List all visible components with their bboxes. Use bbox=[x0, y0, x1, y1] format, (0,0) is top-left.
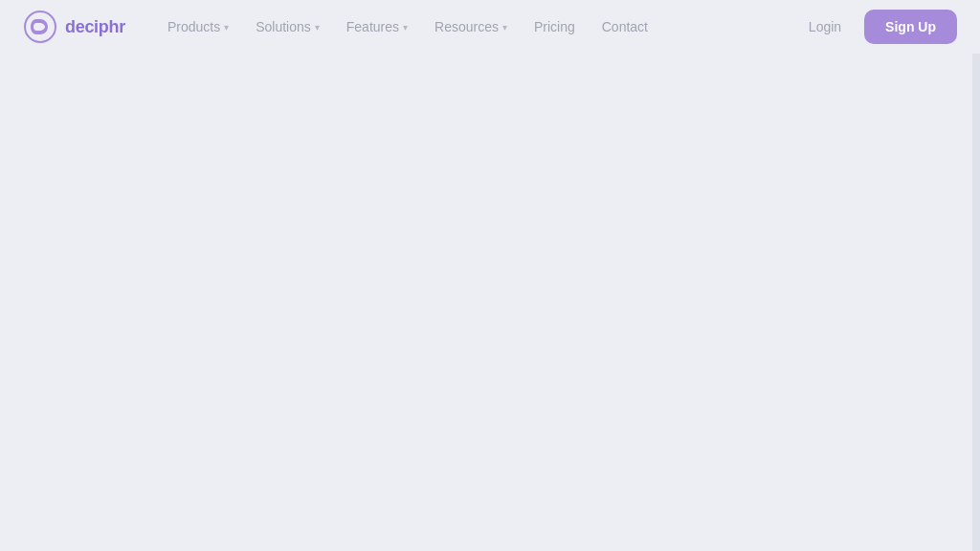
navbar: deciphr Products ▾ Solutions ▾ Features … bbox=[0, 0, 980, 54]
nav-resources-label: Resources bbox=[434, 19, 499, 34]
logo-text: deciphr bbox=[65, 17, 125, 37]
login-button[interactable]: Login bbox=[793, 11, 857, 42]
nav-products-label: Products bbox=[167, 19, 220, 34]
scrollbar-track bbox=[972, 0, 980, 551]
nav-item-products[interactable]: Products ▾ bbox=[156, 11, 240, 42]
nav-item-pricing[interactable]: Pricing bbox=[523, 11, 587, 42]
chevron-down-icon: ▾ bbox=[224, 22, 229, 33]
chevron-down-icon: ▾ bbox=[315, 22, 320, 33]
svg-point-0 bbox=[25, 11, 56, 42]
chevron-down-icon: ▾ bbox=[403, 22, 408, 33]
nav-item-resources[interactable]: Resources ▾ bbox=[423, 11, 519, 42]
signup-button[interactable]: Sign Up bbox=[864, 10, 957, 44]
logo-icon bbox=[23, 10, 57, 44]
nav-item-solutions[interactable]: Solutions ▾ bbox=[244, 11, 331, 42]
main-content bbox=[0, 54, 980, 551]
nav-pricing-label: Pricing bbox=[534, 19, 575, 34]
nav-solutions-label: Solutions bbox=[256, 19, 311, 34]
nav-actions: Login Sign Up bbox=[793, 10, 957, 44]
logo[interactable]: deciphr bbox=[23, 10, 125, 44]
chevron-down-icon: ▾ bbox=[502, 22, 507, 33]
nav-links: Products ▾ Solutions ▾ Features ▾ Resour… bbox=[156, 11, 793, 42]
nav-item-contact[interactable]: Contact bbox=[590, 11, 659, 42]
nav-contact-label: Contact bbox=[602, 19, 648, 34]
nav-features-label: Features bbox=[346, 19, 399, 34]
nav-item-features[interactable]: Features ▾ bbox=[335, 11, 419, 42]
